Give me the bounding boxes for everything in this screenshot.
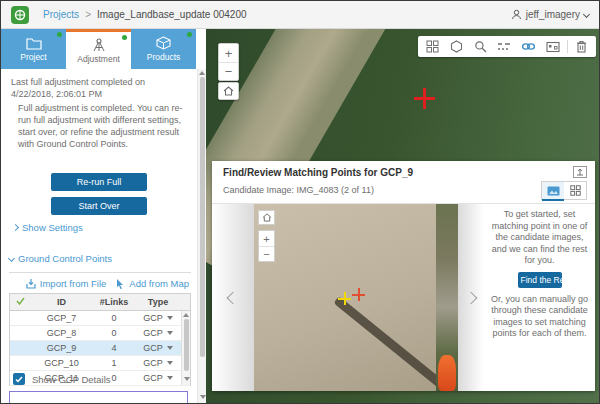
home-button[interactable] [218,82,239,100]
gcp-id: GCP_10 [30,358,93,368]
grid-view-button[interactable] [564,182,586,199]
show-settings-toggle[interactable]: Show Settings [13,222,83,233]
popout-button[interactable] [573,166,587,178]
dropdown-arrow-icon [167,346,173,350]
show-settings-label: Show Settings [22,222,83,233]
scroll-thumb[interactable] [200,77,205,357]
zoom-out-button[interactable]: − [219,62,238,80]
gcp-section-label: Ground Control Points [18,253,112,264]
chevron-down-icon [8,255,15,262]
chevron-left-icon[interactable] [227,291,240,304]
panel-scrollbar[interactable] [197,69,206,403]
project-title: Image_Landbase_update 004200 [97,9,247,20]
image-view-icon [547,186,560,196]
col-header-type[interactable]: Type [135,297,181,307]
scroll-up-icon[interactable] [183,313,189,317]
folder-icon [26,37,42,50]
carousel-prev-area[interactable] [212,204,254,391]
image-home-button[interactable] [258,210,275,225]
gcp-type-dropdown[interactable]: GCP [135,373,181,383]
measure-icon[interactable] [494,38,514,55]
import-from-file-link[interactable]: Import from File [26,278,107,289]
gcp-table-header: ID #Links Type [10,294,190,311]
collection-icon[interactable] [422,38,442,55]
survey-tripod-icon [91,38,107,52]
show-gcp-details-label: Show GCP Details [32,374,111,385]
scroll-down-icon[interactable] [184,377,190,381]
map-view[interactable]: + − [206,29,599,403]
home-icon [223,86,234,96]
breadcrumb-projects[interactable]: Projects [43,9,79,20]
tab-project[interactable]: Project [1,29,66,69]
map-toolbar [418,36,596,57]
home-icon [262,213,272,222]
cursor-icon [116,279,125,289]
dropdown-arrow-icon [167,361,173,365]
col-header-id[interactable]: ID [30,297,93,307]
basemap-icon[interactable] [446,38,466,55]
adjustment-description: Full adjustment is completed. You can re… [18,102,188,150]
scroll-down-icon[interactable] [200,395,206,399]
add-from-map-label: Add from Map [129,278,189,289]
image-zoom-control: + − [258,230,275,262]
image-zoom-in-button[interactable]: + [259,231,274,246]
scroll-thumb[interactable] [184,319,189,371]
single-image-view-button[interactable] [542,182,564,199]
find-review-panel: Find/Review Matching Points for GCP_9 Ca… [212,161,595,391]
tab-label: Project [20,52,46,62]
gcp-links: 0 [93,313,135,323]
view-toggle [541,181,587,200]
gcp-type-dropdown[interactable]: GCP [135,343,181,353]
tab-adjustment[interactable]: Adjustment [66,29,131,69]
top-bar: Projects > Image_Landbase_update 004200 … [1,1,599,29]
table-row-selected[interactable]: GCP_9 4 GCP [10,341,190,356]
user-menu[interactable]: jeff_imagery [511,9,589,20]
candidate-image-label: Candidate Image: IMG_4083 (2 of 11) [223,185,374,195]
candidate-image-viewer[interactable]: + − [254,204,458,391]
gcp-type: GCP [143,373,163,383]
image-enhance-icon[interactable] [543,38,563,55]
chevron-right-icon [12,224,19,231]
rerun-full-button[interactable]: Re-run Full [51,173,147,191]
last-adjustment-status: Last full adjustment completed on 4/22/2… [11,76,189,100]
select-all-check-icon[interactable] [10,297,30,307]
col-header-links[interactable]: #Links [93,297,135,307]
matching-point-marker-yellow [338,292,351,305]
gcp-type-dropdown[interactable]: GCP [135,358,181,368]
gcp-type: GCP [143,328,163,338]
grid-view-icon [570,185,581,196]
gcp-type: GCP [143,313,163,323]
image-zoom-out-button[interactable]: − [259,246,274,261]
left-panel: Project Adjustment Products Last full ad… [1,29,206,403]
cube-icon [156,36,171,50]
trash-icon[interactable] [572,38,592,55]
gcp-links: 1 [93,358,135,368]
gcp-photo-placeholder: Photo not available [9,391,188,403]
gcp-type-dropdown[interactable]: GCP [135,328,181,338]
map-zoom-control: + − [218,43,239,81]
chevron-right-icon[interactable] [465,291,478,304]
start-over-button[interactable]: Start Over [51,197,147,215]
add-from-map-link[interactable]: Add from Map [116,278,189,289]
zoom-in-button[interactable]: + [219,44,238,62]
gcp-actions: Import from File Add from Map [26,278,189,289]
scroll-up-icon[interactable] [199,71,205,75]
popout-icon [576,168,584,176]
carousel-next-area[interactable] [458,204,484,391]
find-the-rest-button[interactable]: Find the Rest [518,272,562,288]
tab-products[interactable]: Products [131,29,196,69]
table-row[interactable]: GCP_8 0 GCP [10,326,190,341]
instruction-primary: To get started, set matching point in on… [489,209,590,267]
panel-title: Find/Review Matching Points for GCP_9 [223,167,413,178]
matching-point-marker-red [352,288,365,301]
search-icon[interactable] [470,38,490,55]
table-row[interactable]: GCP_10 1 GCP [10,356,190,371]
gcp-type-dropdown[interactable]: GCP [135,313,181,323]
show-gcp-details-checkbox[interactable] [13,373,25,385]
table-scrollbar[interactable] [181,311,190,385]
gcp-type: GCP [143,358,163,368]
link-tool-icon[interactable] [519,38,539,55]
gcp-section-toggle[interactable]: Ground Control Points [9,253,112,264]
table-row[interactable]: GCP_7 0 GCP [10,311,190,326]
instructions-column: To get started, set matching point in on… [484,204,595,391]
